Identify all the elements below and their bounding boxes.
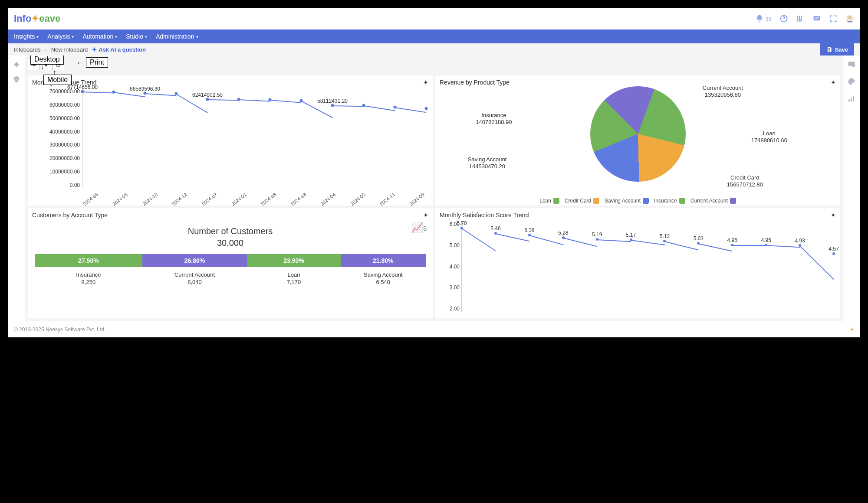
logo-part1: Info: [14, 13, 31, 24]
menu-insights[interactable]: Insights▾: [14, 33, 39, 40]
customers-segment-bar: 27.50%26.80%23.90%21.80%: [35, 254, 426, 267]
annotation-desktop: Desktop: [30, 56, 64, 65]
avatar[interactable]: [845, 14, 854, 23]
menu-analysis[interactable]: Analysis▾: [47, 33, 74, 40]
left-rail: ◆: [8, 56, 25, 321]
top-icons: 38: [755, 14, 854, 23]
dashboard-grid: Monthly Revenue Trend ✦ 70000000.0060000…: [28, 75, 840, 318]
save-button[interactable]: Save: [820, 43, 854, 56]
monthly-revenue-chart: 70000000.0060000000.0050000000.004000000…: [32, 88, 428, 201]
menu-administration[interactable]: Administration▾: [156, 33, 198, 40]
svg-point-6: [848, 16, 852, 19]
card-monthly-revenue: Monthly Revenue Trend ✦ 70000000.0060000…: [28, 75, 433, 206]
card-action-icon[interactable]: ✦: [423, 79, 428, 86]
svg-rect-3: [800, 16, 802, 22]
help-icon[interactable]: [779, 14, 788, 23]
breadcrumb-separator: ›: [45, 46, 46, 53]
pie-legend: LoanCredit CardSaving AccountInsuranceCu…: [435, 198, 840, 204]
ask-ai-button[interactable]: ✦Ask AI a question: [92, 46, 146, 53]
breadcrumb-current: New Infoboard: [51, 46, 88, 53]
customers-heading: Number of Customers: [32, 226, 428, 236]
library-icon[interactable]: [796, 14, 805, 23]
menu-studio[interactable]: Studio▾: [126, 33, 147, 40]
body: ◆ Desktop ↓ Mobile ↓ Print ← Monthly Rev…: [8, 56, 860, 321]
card-action-icon[interactable]: ✦: [423, 212, 428, 219]
logo[interactable]: Info✦eave: [14, 13, 60, 24]
svg-rect-2: [799, 16, 800, 21]
card-title: Revenue by Product Type: [440, 79, 836, 86]
svg-point-10: [46, 65, 46, 66]
svg-rect-18: [853, 96, 854, 101]
arrow-down-icon: ↓: [41, 63, 44, 71]
svg-point-15: [852, 64, 855, 67]
arrow-left-icon: ←: [76, 59, 83, 67]
canvas: Desktop ↓ Mobile ↓ Print ← Monthly Reven…: [25, 56, 843, 321]
card-revenue-product: Revenue by Product Type ✦ LoanCredit Car…: [435, 75, 840, 206]
app-frame: Info✦eave 38 Insights▾ Analysis▾ Automat…: [8, 8, 860, 337]
svg-rect-8: [33, 65, 35, 66]
footer-copyright: © 2013-2025 Noesys Software Pvt. Ltd.: [14, 327, 105, 333]
fullscreen-icon[interactable]: [829, 14, 838, 23]
arrow-up-icon: ↓: [53, 69, 56, 77]
menu-automation[interactable]: Automation▾: [82, 33, 117, 40]
notification-icon[interactable]: 38: [755, 14, 772, 23]
rail-palette-icon[interactable]: [847, 77, 856, 88]
footer: © 2013-2025 Noesys Software Pvt. Ltd. ✦: [8, 321, 860, 337]
footer-logo-icon: ✦: [850, 327, 854, 333]
breadcrumb-root[interactable]: Infoboards: [14, 46, 40, 53]
customers-segment-labels: Insurance8,250Current Account8,040Loan7,…: [35, 271, 426, 285]
rail-layers-icon[interactable]: [12, 75, 21, 85]
pie-chart: [590, 86, 686, 182]
rail-widgets-icon[interactable]: [847, 60, 856, 70]
card-action-icon[interactable]: ✦: [831, 79, 836, 86]
card-satisfaction: Monthly Satisfaction Score Trend ✦ 6.005…: [435, 208, 840, 318]
card-customers: Customers by Account Type ✦ 📈$ Number of…: [28, 208, 433, 318]
rail-shapes-icon[interactable]: ◆: [14, 60, 19, 68]
topbar: Info✦eave 38: [8, 8, 860, 29]
menubar: Insights▾ Analysis▾ Automation▾ Studio▾ …: [8, 29, 860, 43]
svg-rect-17: [851, 98, 852, 102]
rail-chart-icon[interactable]: [847, 95, 856, 105]
satisfaction-chart: 6.005.004.003.002.00 5.705.465.385.285.1…: [440, 221, 836, 314]
card-action-icon[interactable]: ✦: [831, 212, 836, 219]
svg-rect-1: [797, 16, 799, 21]
card-title: Customers by Account Type: [32, 212, 428, 219]
monitor-icon[interactable]: [812, 14, 821, 23]
card-title: Monthly Satisfaction Score Trend: [440, 212, 836, 219]
trend-dollar-icon: 📈$: [411, 222, 427, 233]
customers-total: 30,000: [32, 238, 428, 248]
annotation-print: Print: [86, 57, 108, 68]
right-rail: [843, 56, 860, 321]
notification-count: 38: [766, 16, 772, 22]
logo-part2: eave: [39, 13, 60, 24]
breadcrumb-bar: Infoboards › New Infoboard ✦Ask AI a que…: [8, 43, 860, 56]
annotation-mobile: Mobile: [43, 75, 72, 85]
svg-rect-13: [57, 65, 60, 66]
logo-icon: ✦: [31, 13, 39, 24]
svg-rect-16: [848, 99, 850, 102]
save-label: Save: [835, 46, 848, 53]
